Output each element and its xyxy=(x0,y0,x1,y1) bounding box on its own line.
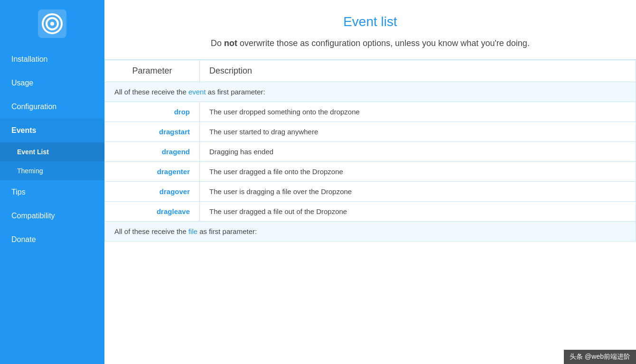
file-link[interactable]: file xyxy=(188,227,197,235)
event-table: Parameter Description All of these recei… xyxy=(104,60,636,242)
table-row-dragover: dragover The user is dragging a file ove… xyxy=(105,182,636,202)
info-row-2-post: as first parameter: xyxy=(197,227,257,235)
dropzone-logo xyxy=(38,9,66,38)
page-subtitle: Do not overwrite those as configuration … xyxy=(123,37,617,50)
table-row-dragend: dragend Dragging has ended xyxy=(105,142,636,162)
sidebar-item-theming[interactable]: Theming xyxy=(0,161,104,180)
svg-point-3 xyxy=(50,22,54,26)
param-dragover: dragover xyxy=(105,182,200,202)
info-row-event-cell: All of these receive the event as first … xyxy=(105,82,636,102)
param-dragstart: dragstart xyxy=(105,122,200,142)
sidebar-item-donate[interactable]: Donate xyxy=(0,228,104,252)
param-dragleave: dragleave xyxy=(105,202,200,222)
param-dragenter: dragenter xyxy=(105,162,200,182)
sidebar-item-installation[interactable]: Installation xyxy=(0,47,104,71)
sidebar-item-usage[interactable]: Usage xyxy=(0,71,104,95)
info-row-1-pre: All of these receive the xyxy=(114,88,188,96)
col-header-description: Description xyxy=(200,60,636,82)
info-row-file-cell: All of these receive the file as first p… xyxy=(105,222,636,242)
info-row-file: All of these receive the file as first p… xyxy=(105,222,636,242)
subtitle-pre: Do xyxy=(211,38,224,48)
desc-drop: The user dropped something onto the drop… xyxy=(200,102,636,122)
table-row-dragenter: dragenter The user dragged a file onto t… xyxy=(105,162,636,182)
param-dragend: dragend xyxy=(105,142,200,162)
page-title: Event list xyxy=(123,14,617,29)
sidebar-item-tips[interactable]: Tips xyxy=(0,180,104,204)
desc-dragenter: The user dragged a file onto the Dropzon… xyxy=(200,162,636,182)
watermark: 头条 @web前端进阶 xyxy=(564,350,636,364)
logo-area xyxy=(0,0,104,47)
table-row-dragstart: dragstart The user started to drag anywh… xyxy=(105,122,636,142)
desc-dragstart: The user started to drag anywhere xyxy=(200,122,636,142)
sidebar: Installation Usage Configuration Events … xyxy=(0,0,104,364)
sidebar-item-event-list[interactable]: Event List xyxy=(0,142,104,161)
param-drop: drop xyxy=(105,102,200,122)
sidebar-item-configuration[interactable]: Configuration xyxy=(0,95,104,119)
info-row-2-pre: All of these receive the xyxy=(114,227,188,235)
sidebar-item-events[interactable]: Events xyxy=(0,119,104,142)
page-header: Event list Do not overwrite those as con… xyxy=(104,0,636,60)
col-header-parameter: Parameter xyxy=(105,60,200,82)
info-row-event: All of these receive the event as first … xyxy=(105,82,636,102)
main-content: Event list Do not overwrite those as con… xyxy=(104,0,636,364)
info-row-1-post: as first parameter: xyxy=(206,88,265,96)
desc-dragend: Dragging has ended xyxy=(200,142,636,162)
subtitle-bold: not xyxy=(224,38,237,48)
subtitle-post: overwrite those as configuration options… xyxy=(237,38,530,48)
event-link[interactable]: event xyxy=(188,88,206,96)
table-row-dragleave: dragleave The user dragged a file out of… xyxy=(105,202,636,222)
desc-dragleave: The user dragged a file out of the Dropz… xyxy=(200,202,636,222)
sidebar-item-compatibility[interactable]: Compatibility xyxy=(0,204,104,228)
table-row-drop: drop The user dropped something onto the… xyxy=(105,102,636,122)
desc-dragover: The user is dragging a file over the Dro… xyxy=(200,182,636,202)
